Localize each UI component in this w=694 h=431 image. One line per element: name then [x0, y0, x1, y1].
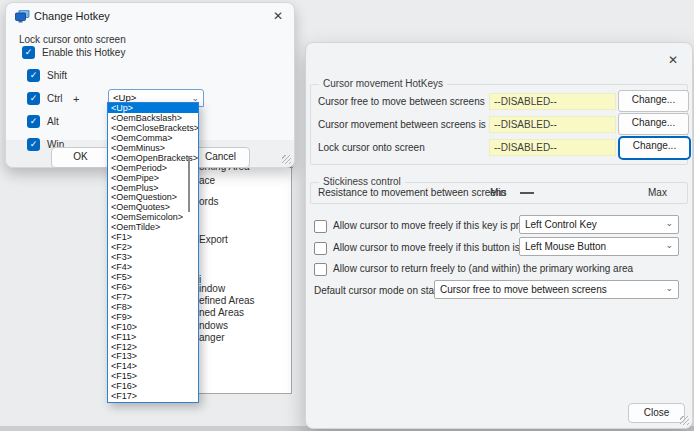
- chevron-down-icon: ⌄: [665, 238, 673, 253]
- checkbox-key-pressed[interactable]: [314, 220, 327, 233]
- startup-mode-value: Cursor free to move between screens: [440, 284, 607, 295]
- cancel-button[interactable]: Cancel: [191, 147, 250, 168]
- checkbox-row-shift: ✓ Shift: [27, 69, 67, 82]
- mouse-button-select[interactable]: Left Mouse Button ⌄: [519, 237, 679, 256]
- hotkey-dropdown-item[interactable]: <F11>: [108, 332, 198, 342]
- cursor-options-dialog: ✕ Cursor movement HotKeys Cursor free to…: [305, 42, 693, 429]
- hotkey-description: Lock cursor onto screen: [19, 34, 126, 45]
- change-button[interactable]: Change...: [618, 136, 691, 160]
- group-title: Stickiness control: [319, 176, 405, 187]
- hotkeys-group: Cursor movement HotKeys Cursor free to m…: [310, 84, 688, 165]
- dialog-title: Change Hotkey: [34, 10, 110, 22]
- background-text-fragment: anger: [199, 332, 225, 343]
- checkbox-ctrl[interactable]: ✓: [27, 92, 40, 105]
- chevron-down-icon: ⌄: [665, 216, 673, 231]
- hotkey-row-label: Cursor movement between screens is stick…: [318, 119, 514, 130]
- hotkey-dropdown-item[interactable]: <OemQuotes>: [108, 202, 198, 212]
- hotkey-dropdown-item[interactable]: <F13>: [108, 351, 198, 361]
- resize-grip[interactable]: [282, 155, 291, 164]
- hotkey-value: --DISABLED--: [489, 139, 616, 156]
- hotkey-dropdown-item[interactable]: <OemComma>: [108, 133, 198, 143]
- background-text-fragment: ned Areas: [199, 307, 244, 318]
- key-select[interactable]: Left Control Key ⌄: [519, 215, 679, 234]
- chevron-down-icon: ⌄: [665, 281, 673, 296]
- hotkey-dropdown-item[interactable]: <OemCloseBrackets>: [108, 123, 198, 133]
- checkbox-enable-hotkey[interactable]: ✓: [22, 46, 35, 59]
- background-text-fragment: indow: [199, 283, 225, 294]
- hotkey-dropdown-item[interactable]: <OemMinus>: [108, 143, 198, 153]
- hotkey-dropdown-item[interactable]: <F16>: [108, 381, 198, 391]
- hotkey-value: --DISABLED--: [489, 116, 616, 133]
- close-icon[interactable]: ✕: [662, 49, 684, 71]
- background-text-fragment: ords: [199, 196, 218, 207]
- close-icon[interactable]: ✕: [267, 5, 289, 27]
- checkbox-alt[interactable]: ✓: [27, 115, 40, 128]
- hotkey-dropdown-item[interactable]: <F7>: [108, 292, 198, 302]
- hotkey-key-dropdown[interactable]: <Up><OemBackslash><OemCloseBrackets><Oem…: [107, 102, 199, 403]
- min-label: Min: [490, 187, 506, 198]
- hotkey-dropdown-item[interactable]: <F12>: [108, 342, 198, 352]
- close-button[interactable]: Close: [628, 403, 685, 423]
- background-text-fragment: ndows: [199, 320, 228, 331]
- hotkey-dropdown-item[interactable]: <F14>: [108, 361, 198, 371]
- plus-sign: +: [73, 93, 79, 105]
- hotkey-dropdown-item[interactable]: <OemQuestion>: [108, 192, 198, 202]
- hotkey-dropdown-item[interactable]: <F1>: [108, 232, 198, 242]
- option-label: Allow cursor to move freely if this key …: [333, 220, 546, 231]
- hotkey-dropdown-item[interactable]: <F15>: [108, 371, 198, 381]
- checkbox-label: Alt: [47, 116, 59, 127]
- hotkey-dropdown-item[interactable]: <F10>: [108, 322, 198, 332]
- hotkey-dropdown-item[interactable]: <F5>: [108, 272, 198, 282]
- checkbox-row-enable: ✓ Enable this Hotkey: [22, 46, 125, 59]
- hotkey-dropdown-item[interactable]: <OemPeriod>: [108, 163, 198, 173]
- change-button[interactable]: Change...: [618, 113, 689, 135]
- hotkey-dropdown-item[interactable]: <F6>: [108, 282, 198, 292]
- group-title: Cursor movement HotKeys: [319, 78, 447, 89]
- hotkey-dropdown-item[interactable]: <OemBackslash>: [108, 113, 198, 123]
- stickiness-group: Stickiness control Resistance to movemen…: [310, 182, 688, 204]
- hotkey-dropdown-item[interactable]: <Up>: [108, 103, 198, 113]
- hotkey-dropdown-item[interactable]: <OemPipe>: [108, 173, 198, 183]
- checkbox-return-freely[interactable]: [314, 263, 327, 276]
- hotkey-dropdown-item[interactable]: <F2>: [108, 242, 198, 252]
- option-label: Allow cursor to return freely to (and wi…: [333, 263, 633, 274]
- hotkey-dropdown-item[interactable]: <F3>: [108, 252, 198, 262]
- mouse-button-select-value: Left Mouse Button: [525, 241, 606, 252]
- checkbox-shift[interactable]: ✓: [27, 69, 40, 82]
- change-button[interactable]: Change...: [618, 90, 689, 112]
- checkbox-win[interactable]: ✓: [27, 138, 40, 151]
- max-label: Max: [648, 187, 667, 198]
- resistance-label: Resistance to movement between screens: [318, 187, 506, 198]
- hotkey-dropdown-item[interactable]: <OemOpenBrackets>: [108, 153, 198, 163]
- resistance-slider[interactable]: [520, 192, 534, 194]
- background-text-fragment: ace: [199, 175, 215, 186]
- hotkey-dropdown-item[interactable]: <OemTilde>: [108, 222, 198, 232]
- checkbox-label: Ctrl: [47, 93, 63, 104]
- checkbox-row-alt: ✓ Alt: [27, 115, 59, 128]
- resize-grip[interactable]: [680, 416, 689, 425]
- dropdown-scrollbar[interactable]: [188, 156, 190, 212]
- background-text-fragment: Export: [199, 234, 228, 245]
- checkbox-button-pressed[interactable]: [314, 242, 327, 255]
- hotkey-dropdown-item[interactable]: <F17>: [108, 391, 198, 401]
- ok-button[interactable]: OK: [51, 147, 110, 168]
- hotkey-value: --DISABLED--: [489, 93, 616, 110]
- startup-mode-select[interactable]: Cursor free to move between screens ⌄: [434, 280, 679, 299]
- hotkey-dropdown-item[interactable]: <OemPlus>: [108, 183, 198, 193]
- checkbox-label: Enable this Hotkey: [42, 47, 125, 58]
- background-text-fragment: efined Areas: [199, 295, 255, 306]
- hotkey-dropdown-item[interactable]: <OemSemicolon>: [108, 212, 198, 222]
- hotkey-row-label: Lock cursor onto screen: [318, 142, 425, 153]
- checkbox-row-ctrl: ✓ Ctrl: [27, 92, 63, 105]
- hotkey-dropdown-item[interactable]: <F4>: [108, 262, 198, 272]
- screen: orking Area ace ords Export i indow efin…: [0, 0, 694, 431]
- hotkey-row-label: Cursor free to move between screens: [318, 96, 485, 107]
- hotkey-dropdown-item[interactable]: <F8>: [108, 302, 198, 312]
- hotkey-dropdown-item[interactable]: <F9>: [108, 312, 198, 322]
- key-select-value: Left Control Key: [525, 219, 597, 230]
- app-icon: [15, 10, 30, 23]
- checkbox-label: Shift: [47, 70, 67, 81]
